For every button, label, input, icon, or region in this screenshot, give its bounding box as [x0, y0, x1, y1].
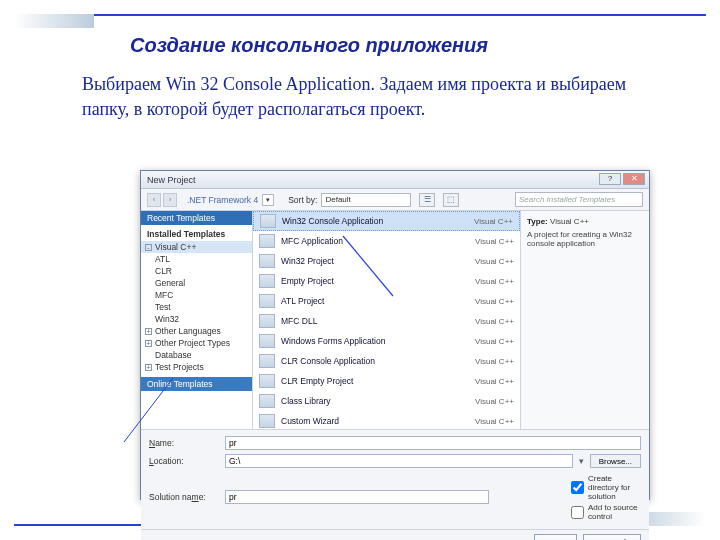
- template-item-8[interactable]: CLR Empty ProjectVisual C++: [253, 371, 520, 391]
- solution-name-label: Solution name:: [149, 492, 219, 502]
- framework-dropdown-icon[interactable]: ▾: [262, 194, 274, 206]
- template-type: Visual C++: [475, 257, 514, 266]
- template-name: CLR Empty Project: [281, 376, 469, 386]
- template-item-9[interactable]: Class LibraryVisual C++: [253, 391, 520, 411]
- framework-selector[interactable]: .NET Framework 4: [187, 195, 258, 205]
- template-detail: Type: Visual C++ A project for creating …: [521, 211, 649, 429]
- project-fields: Name: Location: ▾ Browse... Solution nam…: [141, 429, 649, 529]
- template-type: Visual C++: [475, 397, 514, 406]
- collapse-icon: -: [145, 244, 152, 251]
- sidebar-other-languages[interactable]: +Other Languages: [141, 325, 252, 337]
- name-input[interactable]: [225, 436, 641, 450]
- template-name: Empty Project: [281, 276, 469, 286]
- template-type: Visual C++: [475, 297, 514, 306]
- view-mode-button[interactable]: ☰: [419, 193, 435, 207]
- template-icon: [259, 394, 275, 408]
- template-item-3[interactable]: Empty ProjectVisual C++: [253, 271, 520, 291]
- template-name: MFC DLL: [281, 316, 469, 326]
- template-icon: [260, 214, 276, 228]
- detail-type-label: Type:: [527, 217, 548, 226]
- template-icon: [259, 354, 275, 368]
- template-item-4[interactable]: ATL ProjectVisual C++: [253, 291, 520, 311]
- template-name: Win32 Project: [281, 256, 469, 266]
- template-type: Visual C++: [475, 377, 514, 386]
- template-icon: [259, 334, 275, 348]
- sort-label: Sort by:: [288, 195, 317, 205]
- expand-icon: +: [145, 328, 152, 335]
- search-input[interactable]: Search Installed Templates: [515, 192, 643, 207]
- sidebar-item-win32[interactable]: Win32: [141, 313, 252, 325]
- template-icon: [259, 374, 275, 388]
- sidebar-other-project-types[interactable]: +Other Project Types: [141, 337, 252, 349]
- template-list: Win32 Console ApplicationVisual C++MFC A…: [253, 211, 521, 429]
- solution-name-input[interactable]: [225, 490, 489, 504]
- sidebar-item-clr[interactable]: CLR: [141, 265, 252, 277]
- location-input[interactable]: [225, 454, 573, 468]
- view-mode-button-2[interactable]: ⬚: [443, 193, 459, 207]
- sidebar-database[interactable]: Database: [141, 349, 252, 361]
- template-type: Visual C++: [475, 277, 514, 286]
- detail-type-value: Visual C++: [550, 217, 589, 226]
- template-type: Visual C++: [475, 237, 514, 246]
- template-item-1[interactable]: MFC ApplicationVisual C++: [253, 231, 520, 251]
- template-item-7[interactable]: CLR Console ApplicationVisual C++: [253, 351, 520, 371]
- template-icon: [259, 314, 275, 328]
- template-item-5[interactable]: MFC DLLVisual C++: [253, 311, 520, 331]
- slide: Создание консольного приложения Выбираем…: [0, 0, 720, 540]
- add-source-control-checkbox[interactable]: Add to source control: [571, 503, 641, 521]
- template-icon: [259, 274, 275, 288]
- template-name: Win32 Console Application: [282, 216, 468, 226]
- sidebar-item-general[interactable]: General: [141, 277, 252, 289]
- template-type: Visual C++: [475, 337, 514, 346]
- create-directory-checkbox[interactable]: Create directory for solution: [571, 474, 641, 501]
- sidebar-recent-header[interactable]: Recent Templates: [141, 211, 252, 225]
- expand-icon: +: [145, 364, 152, 371]
- sort-select[interactable]: Default: [321, 193, 411, 207]
- template-type: Visual C++: [475, 417, 514, 426]
- template-name: MFC Application: [281, 236, 469, 246]
- sidebar-installed-header[interactable]: Installed Templates: [141, 227, 252, 241]
- detail-description: A project for creating a Win32 console a…: [527, 230, 643, 248]
- template-name: ATL Project: [281, 296, 469, 306]
- sidebar-online-header[interactable]: Online Templates: [141, 377, 252, 391]
- new-project-dialog: New Project ? ✕ ‹ › .NET Framework 4 ▾ S…: [140, 170, 650, 500]
- template-item-10[interactable]: Custom WizardVisual C++: [253, 411, 520, 429]
- template-icon: [259, 294, 275, 308]
- slide-title: Создание консольного приложения: [130, 34, 488, 57]
- template-type: Visual C++: [475, 317, 514, 326]
- template-type: Visual C++: [474, 217, 513, 226]
- dialog-body: Recent Templates Installed Templates -Vi…: [141, 211, 649, 429]
- close-button[interactable]: ✕: [623, 173, 645, 185]
- browse-button[interactable]: Browse...: [590, 454, 641, 468]
- template-icon: [259, 414, 275, 428]
- help-button[interactable]: ?: [599, 173, 621, 185]
- template-item-6[interactable]: Windows Forms ApplicationVisual C++: [253, 331, 520, 351]
- dialog-titlebar: New Project ? ✕: [141, 171, 649, 189]
- dialog-actions: OK Cancel: [141, 529, 649, 540]
- dialog-title-text: New Project: [147, 175, 196, 185]
- dialog-toolbar: ‹ › .NET Framework 4 ▾ Sort by: Default …: [141, 189, 649, 211]
- template-name: CLR Console Application: [281, 356, 469, 366]
- template-item-0[interactable]: Win32 Console ApplicationVisual C++: [253, 211, 520, 231]
- sidebar-item-test[interactable]: Test: [141, 301, 252, 313]
- nav-fwd-icon[interactable]: ›: [163, 193, 177, 207]
- template-name: Class Library: [281, 396, 469, 406]
- sidebar-lang-vcpp[interactable]: -Visual C++: [141, 241, 252, 253]
- sidebar-item-mfc[interactable]: MFC: [141, 289, 252, 301]
- sidebar-test-projects[interactable]: +Test Projects: [141, 361, 252, 373]
- expand-icon: +: [145, 340, 152, 347]
- template-icon: [259, 234, 275, 248]
- template-name: Custom Wizard: [281, 416, 469, 426]
- template-icon: [259, 254, 275, 268]
- templates-sidebar: Recent Templates Installed Templates -Vi…: [141, 211, 253, 429]
- template-item-2[interactable]: Win32 ProjectVisual C++: [253, 251, 520, 271]
- name-label: Name:: [149, 438, 219, 448]
- location-label: Location:: [149, 456, 219, 466]
- template-type: Visual C++: [475, 357, 514, 366]
- nav-back-icon[interactable]: ‹: [147, 193, 161, 207]
- cancel-button[interactable]: Cancel: [583, 534, 641, 540]
- slide-paragraph: Выбираем Win 32 Console Application. Зад…: [82, 72, 660, 122]
- decoration-top: [14, 14, 94, 28]
- ok-button[interactable]: OK: [534, 534, 577, 540]
- sidebar-item-atl[interactable]: ATL: [141, 253, 252, 265]
